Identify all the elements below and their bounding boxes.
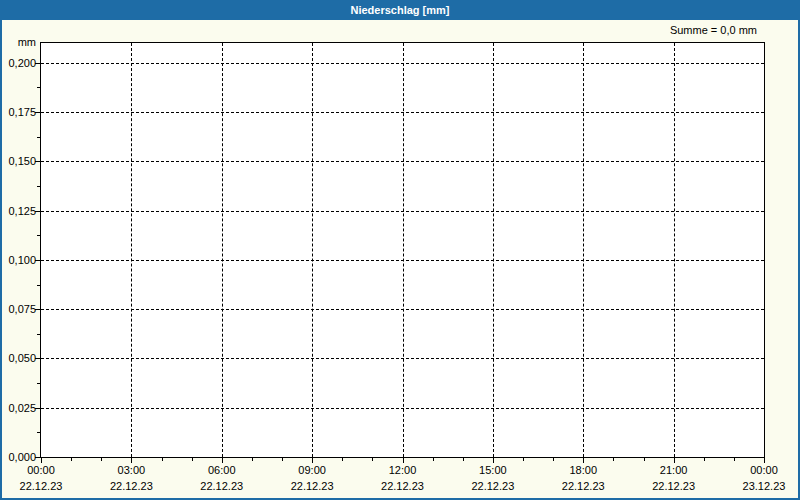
y-major-tick [35,358,40,359]
x-tick-time-label: 00:00 [734,464,794,476]
x-minor-tick [162,458,163,461]
x-minor-tick [282,458,283,461]
y-major-tick [35,211,40,212]
x-minor-tick [252,458,253,461]
x-tick-time-label: 03:00 [101,464,161,476]
x-major-tick [312,458,313,463]
y-major-tick [35,309,40,310]
y-major-tick [35,161,40,162]
y-major-tick [35,408,40,409]
y-tick-label: 0,175 [2,106,36,118]
x-tick-date-label: 22.12.23 [192,480,252,492]
y-minor-tick [37,383,40,384]
y-tick-label: 0,075 [2,303,36,315]
y-tick-label: 0,150 [2,155,36,167]
x-grid-line [583,43,584,457]
y-major-tick [35,112,40,113]
y-minor-tick [37,87,40,88]
y-tick-label: 0,000 [2,451,36,463]
x-minor-tick [71,458,72,461]
x-major-tick [764,458,765,463]
x-tick-date-label: 22.12.23 [553,480,613,492]
x-tick-date-label: 22.12.23 [373,480,433,492]
title-bar: Niederschlag [mm] [0,0,800,20]
y-minor-tick [37,186,40,187]
y-minor-tick [37,334,40,335]
chart-window: Niederschlag [mm] Summe = 0,0 mm mm 0,20… [0,0,800,500]
x-grid-line [403,43,404,457]
x-tick-time-label: 21:00 [644,464,704,476]
y-major-tick [35,457,40,458]
x-tick-time-label: 18:00 [553,464,613,476]
x-tick-date-label: 22.12.23 [644,480,704,492]
x-major-tick [403,458,404,463]
x-grid-line [312,43,313,457]
x-tick-date-label: 22.12.23 [11,480,71,492]
x-minor-tick [463,458,464,461]
y-major-tick [35,63,40,64]
plot-area [40,42,765,458]
y-tick-label: 0,200 [2,57,36,69]
y-minor-tick [37,235,40,236]
x-tick-time-label: 00:00 [11,464,71,476]
x-minor-tick [734,458,735,461]
x-minor-tick [613,458,614,461]
x-tick-time-label: 12:00 [373,464,433,476]
chart-title: Niederschlag [mm] [350,4,449,16]
x-major-tick [583,458,584,463]
x-tick-date-label: 22.12.23 [101,480,161,492]
y-minor-tick [37,137,40,138]
x-tick-date-label: 22.12.23 [282,480,342,492]
x-major-tick [41,458,42,463]
y-tick-label: 0,025 [2,402,36,414]
x-tick-time-label: 15:00 [463,464,523,476]
x-minor-tick [372,458,373,461]
y-tick-label: 0,100 [2,254,36,266]
x-minor-tick [342,458,343,461]
sum-annotation: Summe = 0,0 mm [670,24,757,36]
x-major-tick [131,458,132,463]
y-minor-tick [37,432,40,433]
x-minor-tick [523,458,524,461]
x-minor-tick [704,458,705,461]
x-major-tick [493,458,494,463]
x-minor-tick [644,458,645,461]
x-major-tick [674,458,675,463]
x-tick-time-label: 06:00 [192,464,252,476]
x-minor-tick [553,458,554,461]
x-tick-time-label: 09:00 [282,464,342,476]
y-minor-tick [37,285,40,286]
y-axis-unit-label: mm [2,36,36,48]
x-grid-line [222,43,223,457]
x-minor-tick [192,458,193,461]
x-grid-line [131,43,132,457]
x-grid-line [493,43,494,457]
x-tick-date-label: 23.12.23 [734,480,794,492]
x-minor-tick [101,458,102,461]
x-major-tick [222,458,223,463]
x-minor-tick [433,458,434,461]
y-tick-label: 0,125 [2,205,36,217]
y-tick-label: 0,050 [2,352,36,364]
x-grid-line [674,43,675,457]
x-tick-date-label: 22.12.23 [463,480,523,492]
y-major-tick [35,260,40,261]
